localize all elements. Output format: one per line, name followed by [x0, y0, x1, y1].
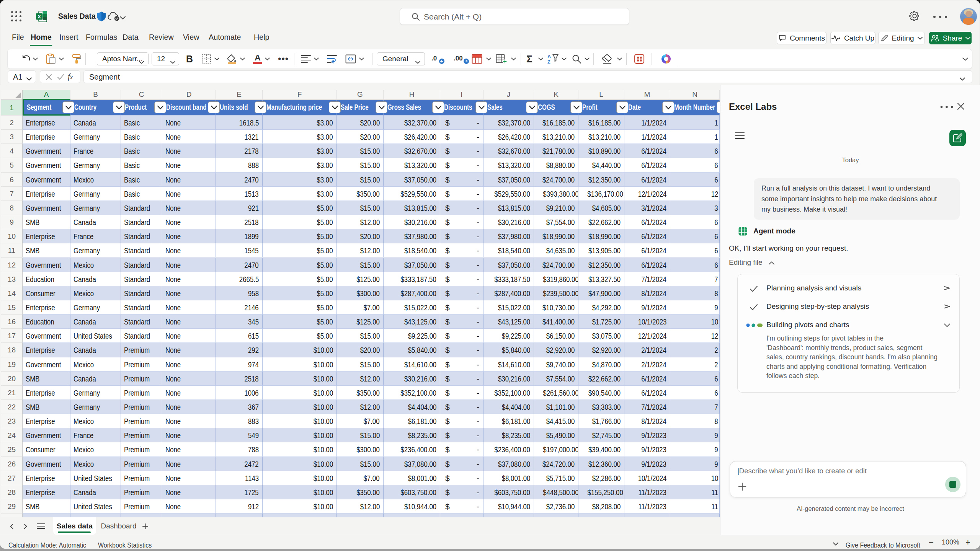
- svg-text:.0: .0: [431, 55, 437, 62]
- svg-text:A: A: [547, 54, 551, 59]
- svg-text:X: X: [38, 14, 41, 20]
- svg-text:.00: .00: [454, 55, 463, 62]
- svg-text:Z: Z: [547, 59, 550, 64]
